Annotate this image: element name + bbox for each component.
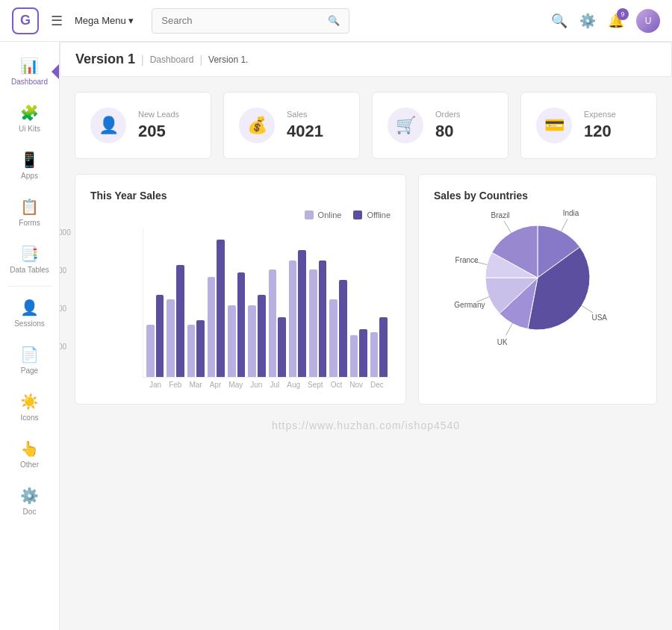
bar-offline-Sept: [319, 261, 327, 377]
bar-group-Aug: [289, 250, 306, 377]
bar-group-May: [228, 272, 245, 377]
sidebar-item-forms[interactable]: 📋 Forms: [0, 189, 59, 236]
offline-legend-label: Offline: [367, 210, 391, 219]
new-leads-icon: 👤: [90, 107, 126, 143]
x-axis-label: May: [228, 381, 243, 389]
hamburger-button[interactable]: ☰: [51, 13, 63, 29]
apps-label: Apps: [21, 172, 38, 180]
sidebar-item-icons[interactable]: ☀️ Icons: [0, 384, 59, 431]
bar-group-Sept: [309, 261, 326, 377]
x-axis-label: Nov: [349, 381, 363, 389]
bar-online-Nov: [350, 335, 358, 377]
sidebar-item-apps[interactable]: 📱 Apps: [0, 142, 59, 189]
stat-card-sales: 💰 Sales 4021: [223, 92, 360, 159]
online-legend-label: Online: [318, 210, 342, 219]
mega-menu-button[interactable]: Mega Menu ▾: [75, 15, 134, 26]
page-icon: 📄: [20, 346, 39, 364]
apps-icon: 📱: [20, 151, 39, 169]
legend-online: Online: [305, 210, 342, 219]
y-axis-label: $100,000: [60, 228, 71, 237]
search-bar[interactable]: 🔍: [152, 8, 349, 34]
pie-container: IndiaUSAUKGermanyFranceBrazil: [434, 210, 641, 345]
bar-offline-Mar: [196, 320, 205, 377]
sessions-label: Sessions: [14, 319, 45, 328]
expense-label: Expense: [584, 110, 616, 119]
pie-label-uk: UK: [497, 337, 508, 346]
pie-label-india: India: [563, 208, 579, 216]
pie-label-brazil: Brazil: [491, 210, 510, 219]
sidebar-item-other[interactable]: 👆 Other: [0, 431, 59, 478]
pie-label-germany: Germany: [454, 301, 485, 309]
offline-legend-dot: [353, 210, 362, 219]
user-avatar[interactable]: U: [636, 9, 660, 33]
pie-chart-card: Sales by Countries IndiaUSAUKGermanyFran…: [418, 174, 657, 405]
x-axis-label: Dec: [370, 381, 384, 389]
ui-kits-label: Ui Kits: [19, 125, 40, 133]
forms-icon: 📋: [20, 198, 39, 216]
bar-online-Jun: [248, 305, 256, 377]
page-title: Version 1: [75, 52, 135, 67]
x-axis-label: Feb: [169, 381, 181, 389]
bar-group-Apr: [208, 240, 225, 377]
bar-chart-area: [143, 228, 391, 378]
x-axis-label: Sept: [308, 381, 323, 389]
sidebar-item-doc[interactable]: ⚙️ Doc: [0, 478, 59, 525]
bar-online-Oct: [329, 299, 337, 377]
bar-offline-Jul: [278, 317, 286, 377]
stat-card-expense: 💳 Expense 120: [520, 92, 657, 159]
bar-chart-title: This Year Sales: [90, 190, 391, 202]
new-leads-label: New Leads: [138, 110, 179, 119]
other-icon: 👆: [20, 440, 39, 458]
stat-card-new-leads: 👤 New Leads 205: [75, 92, 211, 159]
bar-offline-May: [237, 272, 246, 377]
bar-online-Apr: [208, 277, 216, 377]
sales-label: Sales: [287, 110, 323, 119]
x-axis-labels: JanFebMarAprMayJunJulAugSeptOctNovDec: [143, 381, 391, 389]
sidebar-item-ui-kits[interactable]: 🧩 Ui Kits: [0, 95, 59, 142]
search-nav-icon[interactable]: 🔍: [551, 13, 567, 29]
bar-chart-card: This Year Sales Online Offline $0$25,000…: [75, 174, 406, 405]
orders-icon: 🛒: [388, 107, 423, 143]
logo: G: [12, 7, 39, 34]
bar-group-Oct: [329, 280, 346, 377]
x-axis-label: Aug: [287, 381, 300, 389]
dashboard-label: Dashboard: [11, 78, 48, 86]
bar-offline-Jun: [258, 295, 266, 377]
notification-icon[interactable]: 🔔 9: [608, 13, 624, 29]
bar-online-Jan: [146, 325, 155, 377]
breadcrumb-separator: |: [141, 54, 144, 66]
x-axis-label: Jun: [250, 381, 262, 389]
sidebar-item-page[interactable]: 📄 Page: [0, 337, 59, 384]
y-axis-label: $0: [60, 381, 71, 389]
bar-offline-Nov: [359, 329, 367, 377]
bar-online-Mar: [187, 325, 196, 377]
sidebar-item-data-tables[interactable]: 📑 Data Tables: [0, 236, 59, 283]
sales-value: 4021: [287, 122, 323, 141]
breadcrumb-dashboard[interactable]: Dashboard: [150, 54, 194, 65]
new-leads-value: 205: [138, 122, 179, 141]
bar-offline-Oct: [339, 280, 347, 377]
bar-offline-Feb: [176, 265, 184, 377]
orders-label: Orders: [435, 110, 461, 119]
y-axis-label: $75,000: [60, 266, 71, 275]
sidebar-item-dashboard[interactable]: 📊 Dashboard: [0, 48, 59, 95]
pie-label-usa: USA: [591, 313, 607, 321]
icons-icon: ☀️: [20, 393, 39, 411]
notification-badge: 9: [617, 8, 629, 20]
x-axis-label: Jul: [270, 381, 279, 389]
bar-online-Dec: [370, 332, 379, 377]
forms-label: Forms: [19, 219, 40, 227]
search-input[interactable]: [161, 15, 327, 26]
bar-online-Jul: [269, 269, 277, 377]
legend-offline: Offline: [353, 210, 391, 219]
x-axis-label: Apr: [210, 381, 222, 389]
sidebar-item-sessions[interactable]: 👤 Sessions: [0, 290, 59, 337]
settings-icon[interactable]: ⚙️: [579, 13, 596, 29]
top-nav: G ☰ Mega Menu ▾ 🔍 🔍 ⚙️ 🔔 9 U: [0, 0, 672, 42]
x-axis-label: Jan: [149, 381, 161, 389]
doc-label: Doc: [23, 508, 37, 516]
y-axis-label: $25,000: [60, 343, 71, 351]
breadcrumb: Version 1 | Dashboard | Version 1.: [60, 42, 672, 77]
y-axis-labels: $0$25,000$50,000$75,000$100,000: [60, 228, 71, 389]
bar-group-Feb: [167, 265, 184, 377]
